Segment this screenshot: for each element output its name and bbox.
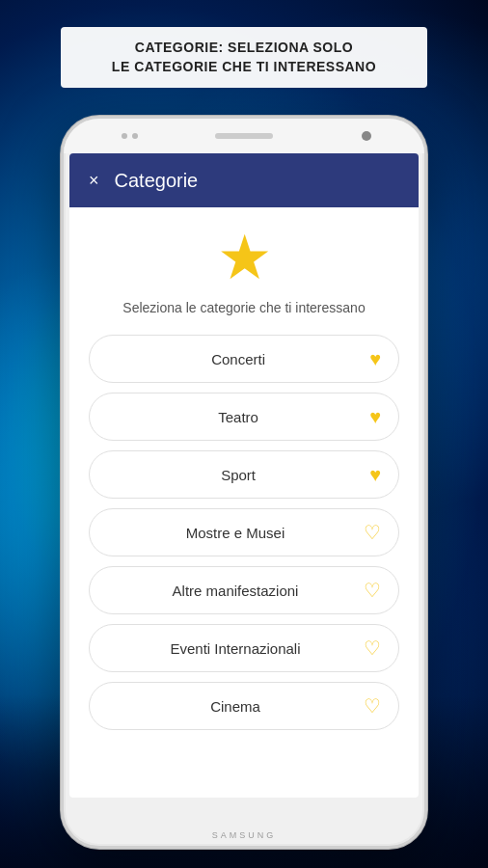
header-line1: CATEGORIE: SELEZIONA SOLO xyxy=(135,40,353,55)
category-item-sport[interactable]: Sport xyxy=(89,450,399,499)
category-item-eventi-internazionali[interactable]: Eventi Internazionali xyxy=(89,624,399,672)
category-label-cinema: Cinema xyxy=(107,698,364,715)
phone-dot-1 xyxy=(122,133,127,139)
category-label-concerti: Concerti xyxy=(107,351,369,367)
screen-content: ★ Seleziona le categorie che ti interess… xyxy=(69,207,419,740)
heart-icon-mostre-musei[interactable] xyxy=(364,523,381,542)
phone-dots xyxy=(122,133,138,139)
category-item-teatro[interactable]: Teatro xyxy=(89,393,399,441)
phone-speaker xyxy=(215,133,273,139)
heart-icon-eventi-internazionali[interactable] xyxy=(364,638,381,658)
heart-icon-teatro[interactable] xyxy=(369,407,381,426)
phone-screen: × Categorie ★ Seleziona le categorie che… xyxy=(69,153,419,798)
phone-frame: SAMSUNG × Categorie ★ Seleziona le categ… xyxy=(61,116,427,849)
category-item-cinema[interactable]: Cinema xyxy=(89,682,399,730)
header-text: CATEGORIE: SELEZIONA SOLO LE CATEGORIE C… xyxy=(80,39,408,76)
category-label-sport: Sport xyxy=(107,467,369,483)
phone-camera xyxy=(362,131,371,141)
heart-icon-altre-manifestazioni[interactable] xyxy=(364,581,381,600)
category-label-teatro: Teatro xyxy=(107,409,369,425)
categories-subtitle: Seleziona le categorie che ti interessan… xyxy=(122,300,365,315)
close-button[interactable]: × xyxy=(89,171,99,191)
category-item-mostre-musei[interactable]: Mostre e Musei xyxy=(89,508,399,556)
star-icon: ★ xyxy=(217,227,272,288)
category-label-eventi-internazionali: Eventi Internazionali xyxy=(107,640,364,657)
category-list: ConcertiTeatroSportMostre e MuseiAltre m… xyxy=(89,335,399,730)
phone-dot-2 xyxy=(132,133,138,139)
category-label-mostre-musei: Mostre e Musei xyxy=(107,525,364,541)
category-item-concerti[interactable]: Concerti xyxy=(89,335,399,383)
header-banner: CATEGORIE: SELEZIONA SOLO LE CATEGORIE C… xyxy=(61,27,427,88)
samsung-brand: SAMSUNG xyxy=(212,830,277,840)
phone-top-bar xyxy=(64,119,424,153)
heart-icon-cinema[interactable] xyxy=(364,696,381,716)
app-title: Categorie xyxy=(115,170,199,192)
header-line2: LE CATEGORIE CHE TI INTERESSANO xyxy=(112,59,376,74)
app-header: × Categorie xyxy=(69,153,419,207)
heart-icon-sport[interactable] xyxy=(369,465,381,484)
heart-icon-concerti[interactable] xyxy=(369,349,381,368)
category-item-altre-manifestazioni[interactable]: Altre manifestazioni xyxy=(89,566,399,614)
category-label-altre-manifestazioni: Altre manifestazioni xyxy=(107,583,364,599)
